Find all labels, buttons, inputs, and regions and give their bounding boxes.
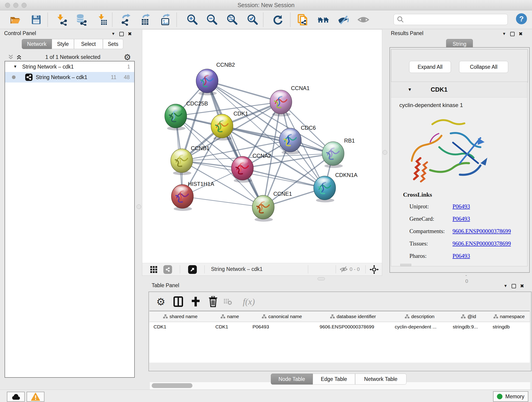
table-cell[interactable]: CDK1 bbox=[211, 322, 248, 332]
create-column-plus-icon[interactable] bbox=[189, 295, 202, 308]
fit-selected-crosshair-icon[interactable] bbox=[370, 265, 379, 275]
search-box[interactable] bbox=[394, 14, 508, 25]
cloud-icon bbox=[11, 393, 21, 401]
export-image-icon[interactable] bbox=[160, 13, 172, 26]
network-canvas-container[interactable]: CCNB2CCNA1CDC25BCDK1CDC6RB1CCNB1CCNA2CDK… bbox=[142, 29, 382, 263]
network-node[interactable]: CCNB1 bbox=[171, 145, 209, 175]
network-node[interactable]: CCNA1 bbox=[270, 85, 310, 116]
network-overview-share-icon[interactable] bbox=[163, 265, 172, 274]
search-input[interactable] bbox=[406, 16, 507, 23]
network-node[interactable]: CDC25B bbox=[165, 100, 208, 130]
network-node[interactable]: CCNB2 bbox=[196, 62, 235, 95]
column-header[interactable]: shared name bbox=[149, 311, 211, 322]
table-cell[interactable]: stringdb:9... bbox=[449, 322, 488, 332]
expand-all-icon[interactable] bbox=[16, 54, 22, 60]
table-options-gear-icon[interactable]: ⚙ bbox=[154, 295, 167, 308]
tab-edge-table[interactable]: Edge Table bbox=[313, 374, 355, 385]
grid-view-icon[interactable] bbox=[150, 266, 157, 274]
zoom-out-icon[interactable] bbox=[206, 13, 218, 26]
network-node[interactable]: HIST1H1A bbox=[171, 181, 214, 211]
hidden-eye-icon[interactable] bbox=[340, 266, 348, 274]
crosslink-value[interactable]: 9606.ENSP00000378699 bbox=[452, 228, 511, 235]
close-panel-icon[interactable]: ✖ bbox=[519, 31, 523, 37]
refresh-view-icon[interactable] bbox=[272, 13, 284, 26]
table-cell[interactable]: CDK1 bbox=[149, 322, 211, 332]
crosslink-value[interactable]: P06493 bbox=[452, 203, 470, 210]
function-builder-icon[interactable]: f(x) bbox=[240, 295, 258, 308]
hide-selected-icon[interactable] bbox=[337, 13, 350, 26]
horizontal-splitter-handle[interactable] bbox=[317, 277, 325, 280]
column-header[interactable]: name bbox=[211, 311, 249, 322]
column-header[interactable]: namespace bbox=[488, 311, 530, 322]
expand-all-button[interactable]: Expand All bbox=[409, 61, 451, 73]
birdseye-view-icon[interactable] bbox=[188, 265, 197, 274]
tree-expand-icon[interactable]: ▼ bbox=[13, 64, 17, 69]
zoom-selected-icon[interactable] bbox=[247, 13, 259, 26]
tab-sets[interactable]: Sets bbox=[103, 39, 123, 49]
tab-node-table[interactable]: Node Table bbox=[271, 374, 313, 385]
table-cell[interactable]: 9606.ENSP00000378699 bbox=[316, 322, 391, 332]
float-panel-icon[interactable] bbox=[119, 32, 124, 36]
tab-style[interactable]: Style bbox=[52, 39, 74, 49]
cdk1-section-header[interactable]: ▼ CDK1 bbox=[391, 82, 527, 98]
crosslink-value[interactable]: P06493 bbox=[452, 216, 470, 222]
right-splitter-handle[interactable] bbox=[383, 150, 387, 155]
import-network-file-icon[interactable] bbox=[56, 13, 68, 26]
collapse-all-icon[interactable] bbox=[8, 54, 14, 60]
scrollbar-thumb[interactable] bbox=[152, 383, 192, 388]
table-cell[interactable]: cyclin-dependent ... bbox=[391, 322, 449, 332]
import-table-file-icon[interactable] bbox=[96, 13, 108, 26]
collapse-panel-icon[interactable]: ▼ bbox=[504, 284, 507, 288]
column-header[interactable]: description bbox=[391, 311, 449, 322]
close-panel-icon[interactable]: ✖ bbox=[128, 31, 132, 37]
toolbar-separator bbox=[177, 13, 177, 27]
save-session-icon[interactable] bbox=[30, 13, 42, 26]
help-icon[interactable]: ? bbox=[516, 13, 527, 24]
window-zoom-button[interactable] bbox=[22, 3, 27, 8]
crosslink-value[interactable]: P06493 bbox=[452, 253, 470, 259]
column-header[interactable]: database identifier bbox=[316, 311, 391, 322]
column-header[interactable]: canonical name bbox=[248, 311, 316, 322]
show-columns-icon[interactable] bbox=[172, 295, 185, 308]
crosslink-value[interactable]: 9606.ENSP00000378699 bbox=[452, 240, 511, 247]
table-cell[interactable]: stringdb bbox=[488, 322, 530, 332]
string-results-container: Expand All Collapse All ▼ CDK1 cyclin-de… bbox=[389, 47, 530, 273]
network-row[interactable]: String Network – cdk1 11 48 bbox=[5, 72, 134, 83]
close-panel-icon[interactable]: ✖ bbox=[520, 283, 524, 289]
collapse-panel-icon[interactable]: ▼ bbox=[111, 32, 115, 36]
window-close-button[interactable] bbox=[5, 3, 10, 8]
zoom-fit-content-icon[interactable] bbox=[226, 13, 239, 26]
network-collection-row[interactable]: ▼ String Network – cdk1 1 bbox=[5, 61, 134, 72]
import-network-database-icon[interactable] bbox=[75, 13, 88, 26]
network-node[interactable]: RB1 bbox=[322, 138, 355, 168]
show-all-icon[interactable] bbox=[357, 13, 370, 26]
network-options-gear-icon[interactable]: ⚙ bbox=[124, 52, 131, 62]
delete-table-icon[interactable] bbox=[223, 295, 233, 308]
zoom-in-icon[interactable] bbox=[186, 13, 199, 26]
export-table-icon[interactable] bbox=[140, 13, 152, 26]
tab-network[interactable]: Network bbox=[22, 39, 52, 49]
float-panel-icon[interactable] bbox=[512, 284, 516, 288]
network-node[interactable]: CDKN1A bbox=[314, 172, 357, 202]
cloud-status-button[interactable] bbox=[7, 392, 25, 402]
network-canvas[interactable]: CCNB2CCNA1CDC25BCDK1CDC6RB1CCNB1CCNA2CDK… bbox=[142, 30, 382, 263]
window-minimize-button[interactable] bbox=[13, 3, 18, 8]
hierarchy-icon bbox=[461, 314, 466, 319]
mini-scrollbar[interactable] bbox=[400, 264, 411, 266]
open-session-icon[interactable] bbox=[9, 13, 22, 26]
delete-column-trash-icon[interactable] bbox=[207, 295, 220, 308]
table-cell[interactable]: P06493 bbox=[248, 322, 316, 332]
left-splitter-handle[interactable] bbox=[137, 204, 141, 209]
collapse-all-button[interactable]: Collapse All bbox=[459, 61, 508, 73]
clone-network-icon[interactable] bbox=[297, 13, 309, 26]
memory-button[interactable]: Memory bbox=[493, 391, 528, 402]
tab-select[interactable]: Select bbox=[74, 39, 103, 49]
export-network-icon[interactable] bbox=[120, 13, 133, 26]
column-header[interactable]: @id bbox=[449, 311, 489, 322]
tab-network-table[interactable]: Network Table bbox=[355, 374, 406, 385]
first-neighbors-icon[interactable] bbox=[317, 13, 329, 26]
collapse-panel-icon[interactable]: ▼ bbox=[502, 32, 506, 36]
section-collapse-icon[interactable]: ▼ bbox=[408, 87, 412, 92]
float-panel-icon[interactable] bbox=[510, 32, 515, 36]
warning-status-button[interactable] bbox=[27, 392, 44, 402]
